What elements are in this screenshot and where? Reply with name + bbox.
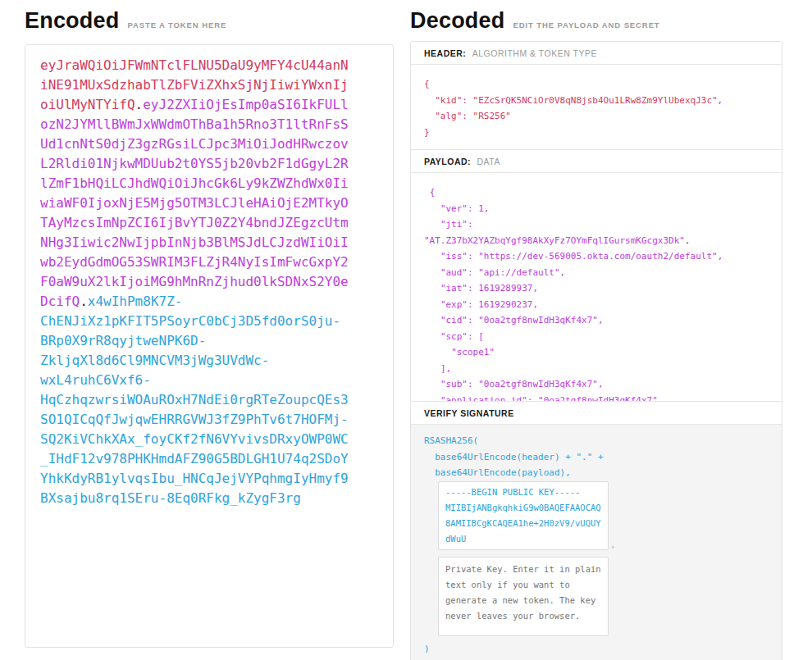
header-section-label: HEADER: [424, 48, 466, 58]
encoded-token-box: eyJraWQiOiJFWmNTclFLNU5DaU9yMFY4cU44anNi… [25, 44, 394, 648]
private-key-input[interactable] [438, 557, 609, 636]
encoded-subtitle: PASTE A TOKEN HERE [127, 20, 226, 30]
token-signature-segment: x4wIhPm8K7Z-ChENJiXz1pKFIT5PSoyrC0bCj3D5… [40, 294, 349, 506]
header-section-bar: HEADER: ALGORITHM & TOKEN TYPE [411, 42, 782, 65]
payload-json-editor[interactable]: { "ver": 1, "jti": "AT.Z37bX2YAZbqYgf98A… [411, 173, 782, 401]
signature-section-label: VERIFY SIGNATURE [424, 408, 514, 418]
signature-section-bar: VERIFY SIGNATURE [411, 401, 782, 425]
public-key-input[interactable]: -----BEGIN PUBLIC KEY----- MIIBIjANBgkqh… [438, 481, 609, 550]
signature-function-close: ) [424, 644, 769, 654]
payload-section-label: PAYLOAD: [424, 157, 471, 166]
payload-section-bar: PAYLOAD: DATA [411, 149, 782, 173]
token-payload-segment: eyJ2ZXIiOjEsImp0aSI6IkFULlozN2JYMllBWmJx… [40, 97, 349, 309]
payload-section-sublabel: DATA [477, 157, 500, 166]
encoded-title: Encoded [25, 8, 119, 34]
header-code-area: { "kid": "EZcSrQK5NCiOr0V8qN8jsb4Ou1LRw8… [411, 65, 782, 149]
public-key-row: -----BEGIN PUBLIC KEY----- MIIBIjANBgkqh… [438, 481, 769, 550]
header-json-editor[interactable]: { "kid": "EZcSrQK5NCiOr0V8qN8jsb4Ou1LRw8… [411, 65, 782, 149]
signature-function-open: RSASHA256( base64UrlEncode(header) + "."… [424, 433, 769, 481]
decoded-header: Decoded EDIT THE PAYLOAD AND SECRET [410, 8, 660, 34]
encoded-header: Encoded PASTE A TOKEN HERE [25, 8, 226, 34]
token-separator-dot: . [135, 97, 144, 112]
decoded-panel: HEADER: ALGORITHM & TOKEN TYPE { "kid": … [410, 41, 782, 660]
decoded-title: Decoded [410, 8, 504, 34]
verify-signature-area: RSASHA256( base64UrlEncode(header) + "."… [411, 425, 782, 660]
key-separator-comma: , [610, 539, 616, 550]
header-section-sublabel: ALGORITHM & TOKEN TYPE [472, 48, 597, 58]
token-input[interactable]: eyJraWQiOiJFWmNTclFLNU5DaU9yMFY4cU44anNi… [25, 45, 368, 519]
decoded-subtitle: EDIT THE PAYLOAD AND SECRET [513, 20, 659, 30]
token-separator-dot: . [80, 294, 88, 309]
payload-code-area: { "ver": 1, "jti": "AT.Z37bX2YAZbqYgf98A… [411, 173, 782, 401]
